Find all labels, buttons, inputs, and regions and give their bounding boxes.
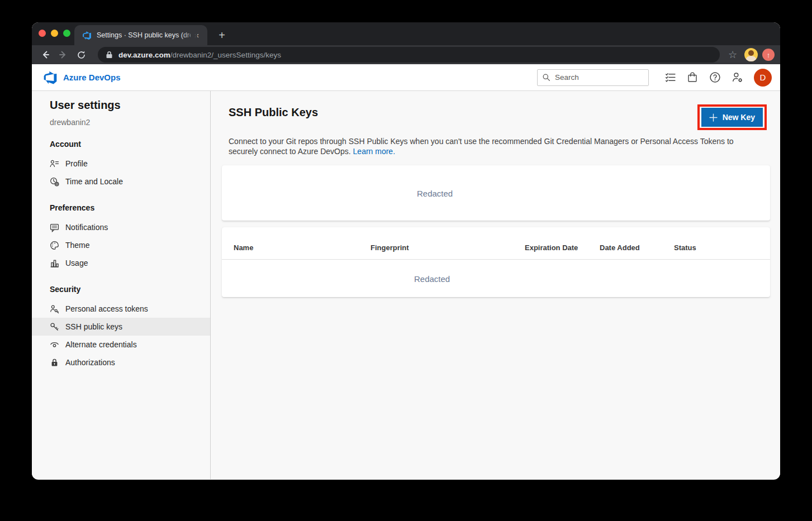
tab-title: Settings · SSH public keys (dre <box>97 31 191 39</box>
palette-icon <box>50 241 59 250</box>
sidebar-item-label: SSH public keys <box>65 322 122 331</box>
azure-devops-home-link[interactable]: Azure DevOps <box>43 70 121 85</box>
minimize-window-button[interactable] <box>51 30 58 37</box>
column-header-expiration-date: Expiration Date <box>525 243 578 252</box>
marketplace-bag-icon[interactable] <box>681 66 704 89</box>
column-header-fingerprint: Fingerprint <box>371 243 409 252</box>
window-controls <box>39 30 70 37</box>
tab-bar: Settings · SSH public keys (dre × + <box>32 22 780 45</box>
sidebar-item-personal-access-tokens[interactable]: Personal access tokens <box>32 300 210 318</box>
sidebar-item-label: Theme <box>65 241 90 250</box>
user-settings-icon[interactable] <box>726 66 748 89</box>
redacted-text: Redacted <box>414 274 450 283</box>
sidebar-item-notifications[interactable]: Notifications <box>32 218 210 236</box>
sidebar-item-time-and-locale[interactable]: Time and Locale <box>32 173 210 190</box>
sidebar-item-label: Notifications <box>65 223 108 232</box>
redacted-panel: Redacted <box>222 165 770 221</box>
task-list-icon[interactable] <box>659 66 681 89</box>
description-text: Connect to your Git repos through SSH Pu… <box>229 137 734 156</box>
zoom-window-button[interactable] <box>63 30 70 37</box>
reload-button[interactable] <box>74 47 88 62</box>
comment-icon <box>50 223 59 232</box>
brand-label: Azure DevOps <box>63 73 121 82</box>
azure-devops-favicon <box>82 31 92 40</box>
sidebar-item-alternate-credentials[interactable]: Alternate credentials <box>32 336 210 353</box>
app-header: Azure DevOps <box>32 64 780 91</box>
bar-chart-icon <box>50 259 59 268</box>
chrome-profile-avatar[interactable] <box>744 48 758 61</box>
browser-window: Settings · SSH public keys (dre × + dev.… <box>32 22 780 480</box>
sidebar-item-usage[interactable]: Usage <box>32 254 210 272</box>
main-panel: SSH Public Keys New Key Connect to your … <box>211 91 780 479</box>
sidebar-title: User settings <box>32 99 210 112</box>
url-domain: dev.azure.com <box>118 51 170 59</box>
section-heading-security: Security <box>32 285 210 294</box>
browser-toolbar: dev.azure.com/drewbanin2/_usersSettings/… <box>32 45 780 64</box>
avatar-body <box>746 56 756 61</box>
sidebar-username: drewbanin2 <box>32 118 210 127</box>
column-header-date-added: Date Added <box>600 243 640 252</box>
search-input[interactable] <box>555 73 639 82</box>
ssh-keys-table: Name Fingerprint Expiration Date Date Ad… <box>222 227 770 297</box>
redacted-text: Redacted <box>417 188 453 198</box>
table-header-row: Name Fingerprint Expiration Date Date Ad… <box>222 227 770 260</box>
tab-title-fade <box>181 25 197 45</box>
forward-button[interactable] <box>56 47 70 62</box>
bookmark-star-icon[interactable]: ☆ <box>725 49 740 61</box>
key-icon <box>50 322 59 332</box>
back-button[interactable] <box>38 47 53 62</box>
browser-tab[interactable]: Settings · SSH public keys (dre × <box>74 25 207 45</box>
help-icon[interactable] <box>704 66 726 89</box>
page-title: SSH Public Keys <box>229 106 318 119</box>
account-avatar[interactable]: D <box>754 69 772 87</box>
sidebar-item-theme[interactable]: Theme <box>32 236 210 254</box>
sidebar-item-ssh-public-keys[interactable]: SSH public keys <box>32 318 210 336</box>
profile-icon <box>50 159 59 169</box>
sidebar-item-label: Authorizations <box>65 358 115 367</box>
close-window-button[interactable] <box>39 30 46 37</box>
url-path: /drewbanin2/_usersSettings/keys <box>170 51 281 59</box>
page-description: Connect to your Git repos through SSH Pu… <box>229 136 747 156</box>
column-header-status: Status <box>674 243 696 252</box>
column-header-name: Name <box>234 243 253 252</box>
azure-devops-logo <box>43 70 58 85</box>
sidebar-item-label: Usage <box>65 259 88 267</box>
chrome-update-icon[interactable]: ↑ <box>762 49 775 61</box>
section-heading-preferences: Preferences <box>32 203 210 212</box>
new-key-label: New Key <box>723 113 755 122</box>
search-icon <box>542 73 550 82</box>
sidebar-item-label: Personal access tokens <box>65 304 148 313</box>
person-key-icon <box>50 304 59 314</box>
sidebar-item-label: Profile <box>65 159 88 168</box>
annotation-highlight-box: New Key <box>697 104 767 130</box>
clock-globe-icon <box>50 177 59 187</box>
sidebar-item-profile[interactable]: Profile <box>32 155 210 173</box>
avatar-head <box>748 50 754 56</box>
sidebar-item-label: Time and Locale <box>65 177 123 186</box>
eye-icon <box>50 340 59 350</box>
https-lock-icon <box>106 51 113 59</box>
new-tab-button[interactable]: + <box>214 27 230 43</box>
address-bar[interactable]: dev.azure.com/drewbanin2/_usersSettings/… <box>98 47 720 63</box>
table-body-row: Redacted <box>222 260 770 297</box>
sidebar-item-label: Alternate credentials <box>65 340 137 349</box>
settings-sidebar: User settings drewbanin2 Account Profile <box>32 91 211 479</box>
learn-more-link[interactable]: Learn more. <box>353 147 395 156</box>
sidebar-item-authorizations[interactable]: Authorizations <box>32 353 210 371</box>
search-box[interactable] <box>537 69 649 86</box>
new-key-button[interactable]: New Key <box>701 108 763 127</box>
section-heading-account: Account <box>32 140 210 149</box>
plus-icon <box>709 113 718 122</box>
lock-icon <box>50 358 59 367</box>
